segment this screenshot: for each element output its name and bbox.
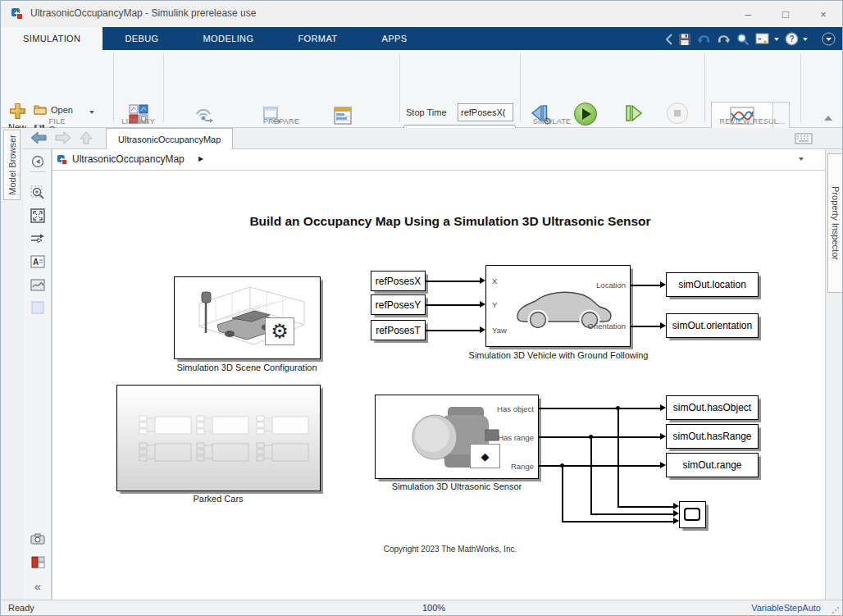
canvas-palette: A « <box>24 149 52 600</box>
hide-breadcrumb-button[interactable] <box>30 154 45 169</box>
property-inspector-label: Property Inspector <box>831 186 841 260</box>
status-text: Ready <box>8 603 34 613</box>
library-section-label: LIBRARY <box>113 117 163 125</box>
scope-block[interactable] <box>679 501 706 528</box>
model-canvas[interactable]: Build an Occupancy Map Using a Simulatio… <box>52 171 825 600</box>
breadcrumb-bar: UltrasonicOccupancyMap ▶ <box>52 149 825 171</box>
wire <box>426 304 481 306</box>
zoom-region-icon[interactable] <box>30 185 45 200</box>
diamond-icon: ◆ <box>481 450 490 463</box>
collapse-palette-icon[interactable]: « <box>30 579 45 594</box>
svg-text:»: » <box>758 34 762 42</box>
model-browser-label: Model Browser <box>7 135 17 194</box>
scope-screen <box>684 508 700 521</box>
ribbon-tab-bar: SIMULATION DEBUG MODELING FORMAT APPS <box>1 27 842 50</box>
output-block-hasrange[interactable]: simOut.hasRange <box>666 424 759 449</box>
tab-debug[interactable]: DEBUG <box>103 27 180 50</box>
copyright-note: Copyright 2023 The MathWorks, Inc. <box>77 545 823 554</box>
svg-text:?: ? <box>790 34 795 43</box>
wire-arrow <box>673 510 679 517</box>
scene-config-illustration <box>175 277 320 358</box>
window-title: UltrasonicOccupancyMap - Simulink prerel… <box>30 7 256 19</box>
wire <box>539 465 661 467</box>
svg-text:A: A <box>33 258 39 267</box>
breadcrumb-model-icon <box>57 154 68 166</box>
title-bar: UltrasonicOccupancyMap - Simulink prerel… <box>1 1 842 27</box>
quick-access-toolbar: » ? <box>665 30 836 48</box>
source-block-refposesy[interactable]: refPosesY <box>371 294 426 315</box>
refposest-label: refPosesT <box>376 325 421 336</box>
vehicle-block[interactable]: X Y Yaw Location Orientation <box>485 265 631 347</box>
simout-range-label: simOut.range <box>682 459 741 471</box>
annotation-icon[interactable]: A <box>30 254 45 269</box>
scene-config-block[interactable]: ⚙ <box>174 276 321 359</box>
shortcuts-dropdown-icon[interactable] <box>774 38 779 41</box>
collapse-left-icon[interactable] <box>665 34 672 45</box>
property-inspector-tab[interactable]: Property Inspector <box>827 153 843 293</box>
review-section-label: REVIEW RESUL... <box>704 117 800 125</box>
fit-to-view-icon[interactable] <box>30 208 45 223</box>
minimize-icon[interactable]: – <box>729 1 767 27</box>
file-section-label: FILE <box>1 117 113 125</box>
wire-arrow <box>480 277 485 284</box>
diagram-title: Build an Occupancy Map Using a Simulatio… <box>77 214 823 229</box>
wire-arrow <box>660 433 666 440</box>
model-browser-tab[interactable]: Model Browser <box>3 130 21 200</box>
output-block-location[interactable]: simOut.location <box>666 272 759 297</box>
simulate-section-label: SIMULATE <box>399 117 704 125</box>
open-label: Open <box>51 105 73 115</box>
wire <box>539 436 661 438</box>
up-icon[interactable] <box>80 131 93 144</box>
shortcuts-icon[interactable]: » <box>755 33 770 46</box>
signal-routing-icon[interactable] <box>30 231 45 246</box>
breadcrumb-dropdown-icon[interactable] <box>799 157 804 161</box>
sensor-port-range: Range <box>511 462 534 471</box>
parked-cars-label: Parked Cars <box>116 494 321 504</box>
output-block-range[interactable]: simOut.range <box>666 453 759 477</box>
redo-icon[interactable] <box>717 33 731 45</box>
open-button[interactable]: Open <box>34 104 73 115</box>
keyboard-icon[interactable] <box>795 133 813 144</box>
sensor-label: Simulation 3D Ultrasonic Sensor <box>354 481 559 491</box>
back-icon[interactable] <box>30 131 47 144</box>
collapse-toolstrip-icon[interactable] <box>824 116 832 121</box>
parked-cars-block[interactable] <box>116 385 321 491</box>
area-icon[interactable] <box>30 300 45 315</box>
library-model-icon[interactable] <box>30 554 45 569</box>
source-block-refposesx[interactable]: refPosesX <box>371 271 426 291</box>
minimize-toolstrip-icon[interactable] <box>822 32 836 46</box>
tab-format[interactable]: FORMAT <box>276 27 359 50</box>
help-icon[interactable]: ? <box>785 32 799 46</box>
open-dropdown-icon[interactable] <box>89 111 94 114</box>
breadcrumb-root[interactable]: UltrasonicOccupancyMap <box>72 153 185 165</box>
resize-grip[interactable] <box>832 607 839 614</box>
viewer-icon[interactable] <box>30 277 45 292</box>
help-dropdown-icon[interactable] <box>803 38 808 41</box>
ultrasonic-sensor-block[interactable]: ◆ Has object Has range Range <box>375 395 539 479</box>
wire-arrow <box>660 322 666 329</box>
undo-icon[interactable] <box>697 33 711 45</box>
document-tab[interactable]: UltrasonicOccupancyMap <box>106 128 233 149</box>
wire-arrow <box>480 326 485 333</box>
breadcrumb-caret-icon[interactable]: ▶ <box>198 155 203 162</box>
screenshot-icon[interactable] <box>30 532 45 546</box>
sensor-badge: ◆ <box>470 444 500 468</box>
wire <box>631 285 661 286</box>
scene-config-badge: ⚙ <box>265 317 294 345</box>
save-icon[interactable] <box>678 33 691 46</box>
forward-icon[interactable] <box>55 131 71 144</box>
right-panel-strip: Property Inspector <box>825 149 843 600</box>
tab-simulation[interactable]: SIMULATION <box>1 27 103 50</box>
output-block-hasobject[interactable]: simOut.hasObject <box>666 395 759 420</box>
maximize-icon[interactable]: □ <box>767 1 804 27</box>
close-icon[interactable]: × <box>804 1 842 27</box>
solver-link[interactable]: VariableStepAuto <box>751 603 821 613</box>
document-tab-bar: UltrasonicOccupancyMap <box>24 128 843 149</box>
source-block-refposest[interactable]: refPosesT <box>371 320 426 340</box>
search-icon[interactable] <box>736 33 750 46</box>
wire-arrow <box>673 503 679 509</box>
wire <box>617 506 674 508</box>
tab-modeling[interactable]: MODELING <box>181 27 276 50</box>
output-block-orientation[interactable]: simOut.orientation <box>666 313 759 338</box>
tab-apps[interactable]: APPS <box>359 27 429 50</box>
